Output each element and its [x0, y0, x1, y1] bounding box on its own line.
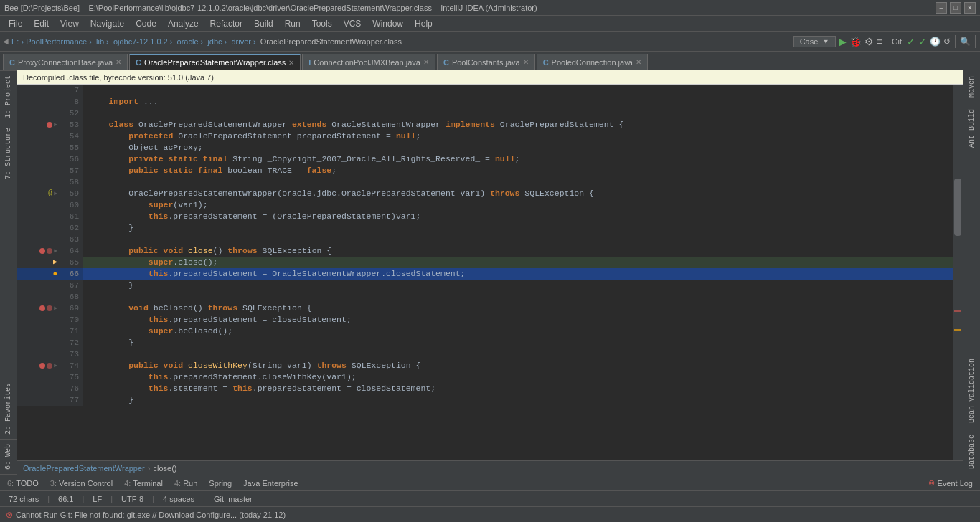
- line-num-64: 64: [60, 245, 83, 257]
- menu-item-navigate[interactable]: Navigate: [85, 16, 130, 31]
- menu-item-view[interactable]: View: [55, 16, 85, 31]
- menu-item-code[interactable]: Code: [130, 16, 162, 31]
- close-button[interactable]: ✕: [964, 2, 976, 14]
- gutter-69: ▶: [17, 303, 60, 314]
- right-tab-maven[interactable]: Maven: [965, 70, 979, 103]
- right-tab-bean[interactable]: Bean Validation: [965, 353, 979, 429]
- debug-icon[interactable]: 🐞: [849, 36, 862, 47]
- run-button[interactable]: ▶: [839, 36, 847, 47]
- right-tool-panel: Maven Ant Build Bean Validation Database: [963, 70, 980, 475]
- minimize-button[interactable]: –: [936, 2, 947, 14]
- tab-t3[interactable]: IConnectionPoolJMXBean.java✕: [302, 54, 435, 70]
- menu-item-run[interactable]: Run: [279, 16, 306, 31]
- tab-close-t5[interactable]: ✕: [636, 58, 641, 66]
- line-content-68: [83, 291, 953, 303]
- status-chars[interactable]: 72 chars: [6, 495, 42, 503]
- coverage-icon[interactable]: ≡: [877, 36, 882, 47]
- tab-close-t3[interactable]: ✕: [423, 58, 429, 66]
- code-line-56: ▶56 private static final String _Copyrig…: [17, 153, 953, 165]
- menu-item-tools[interactable]: Tools: [306, 16, 338, 31]
- code-line-73: ▶73: [17, 348, 953, 360]
- code-scroll[interactable]: ▶7 ▶8 import ...▶52 ▶53 class OraclePrep…: [17, 85, 953, 460]
- line-num-55: 55: [60, 142, 83, 153]
- tab-t1[interactable]: CProxyConnectionBase.java✕: [3, 54, 128, 70]
- gutter-52: ▶: [17, 108, 60, 119]
- menu-item-window[interactable]: Window: [367, 16, 409, 31]
- git-clock[interactable]: 🕐: [930, 37, 941, 47]
- tab-icon-t1: C: [9, 58, 15, 67]
- bottom-tool-version-control[interactable]: 3:Version Control: [46, 478, 117, 489]
- gutter-70: ▶: [17, 314, 60, 326]
- line-content-63: [83, 234, 953, 245]
- line-num-77: 77: [60, 394, 83, 406]
- editor-scrollbar[interactable]: [953, 85, 963, 460]
- status-vcs[interactable]: Git: master: [211, 495, 255, 503]
- bottom-toolbar: 6:TODO3:Version Control4:Terminal4:RunSp…: [0, 475, 980, 490]
- maximize-button[interactable]: □: [950, 2, 961, 14]
- tab-t2[interactable]: COraclePreparedStatementWrapper.class✕: [129, 54, 301, 70]
- event-log-button[interactable]: ⊗Event Log: [924, 477, 977, 489]
- bottom-tool-java-enterprise[interactable]: Java Enterprise: [239, 478, 302, 489]
- line-num-58: 58: [60, 176, 83, 188]
- gutter-67: ▶: [17, 280, 60, 291]
- git-checkmark1[interactable]: ✓: [907, 36, 915, 47]
- menu-item-refactor[interactable]: Refactor: [204, 16, 248, 31]
- code-line-69: ▶69 void beClosed() throws SQLException …: [17, 303, 953, 314]
- scroll-thumb[interactable]: [954, 179, 961, 236]
- breadcrumb-class[interactable]: OraclePreparedStatementWrapper: [23, 464, 145, 473]
- line-content-58: [83, 176, 953, 188]
- code-line-76: ▶76 this.statement = this.preparedStatem…: [17, 383, 953, 394]
- tab-icon-t5: C: [543, 58, 549, 67]
- tab-close-t4[interactable]: ✕: [523, 58, 529, 66]
- right-tab-ant[interactable]: Ant Build: [965, 103, 979, 153]
- tab-t5[interactable]: CPooledConnection.java✕: [537, 54, 648, 70]
- gutter-8: ▶: [17, 96, 60, 108]
- line-content-61: this.preparedStatement = (OraclePrepared…: [83, 211, 953, 222]
- status-lineEnding[interactable]: LF: [90, 495, 105, 503]
- sidebar-item-project[interactable]: 1: Project: [0, 70, 17, 123]
- bottom-tool-terminal[interactable]: 4:Terminal: [120, 478, 167, 489]
- bottom-tool-run[interactable]: 4:Run: [170, 478, 202, 489]
- tab-t4[interactable]: CPoolConstants.java✕: [437, 54, 535, 70]
- line-num-60: 60: [60, 199, 83, 211]
- menu-item-vcs[interactable]: VCS: [338, 16, 367, 31]
- sidebar-item-favorites[interactable]: 2: Favorites: [0, 379, 17, 440]
- code-line-72: ▶72 }: [17, 337, 953, 348]
- toolbar-sep2: [955, 35, 956, 48]
- sidebar-item-web[interactable]: 6: Web: [0, 440, 17, 475]
- toolbar-project-path: E: › PoolPerformance › lib › ojdbc7-12.1…: [11, 37, 402, 46]
- line-content-59: OraclePreparedStatementWrapper(oracle.jd…: [83, 188, 953, 199]
- right-tab-db[interactable]: Database: [965, 429, 979, 475]
- line-content-69: void beClosed() throws SQLException {: [83, 303, 953, 314]
- line-content-77: }: [83, 394, 953, 406]
- editor-area: Decompiled .class file, bytecode version…: [17, 70, 963, 475]
- git-checkmark2[interactable]: ✓: [918, 36, 927, 47]
- gutter-64: ▶: [17, 245, 60, 257]
- menu-item-analyze[interactable]: Analyze: [162, 16, 204, 31]
- menu-item-edit[interactable]: Edit: [28, 16, 55, 31]
- breadcrumb-method: close(): [153, 464, 176, 473]
- code-line-61: ▶61 this.preparedStatement = (OraclePrep…: [17, 211, 953, 222]
- menu-item-build[interactable]: Build: [248, 16, 279, 31]
- status-separator: |: [82, 495, 84, 503]
- code-line-54: ▶54 protected OraclePreparedStatement pr…: [17, 130, 953, 142]
- bottom-breadcrumb: OraclePreparedStatementWrapper › close(): [17, 460, 963, 475]
- tab-close-t2[interactable]: ✕: [288, 59, 294, 67]
- title-text: Bee [D:\Projects\Bee] – E:\PoolPerforman…: [4, 4, 537, 12]
- code-line-68: ▶68: [17, 291, 953, 303]
- status-position[interactable]: 66:1: [55, 495, 76, 503]
- casel-dropdown[interactable]: Casel▼: [793, 36, 836, 47]
- line-content-54: protected OraclePreparedStatement prepar…: [83, 130, 953, 142]
- bottom-tool-spring[interactable]: Spring: [204, 478, 236, 489]
- bottom-tool-todo[interactable]: 6:TODO: [3, 478, 43, 489]
- gutter-66: ●: [17, 268, 60, 280]
- search-icon[interactable]: 🔍: [960, 37, 971, 47]
- tab-close-t1[interactable]: ✕: [116, 58, 121, 66]
- status-indent[interactable]: 4 spaces: [160, 495, 197, 503]
- menu-item-file[interactable]: File: [3, 16, 28, 31]
- git-revert[interactable]: ↺: [943, 37, 951, 47]
- build-icon[interactable]: ⚙: [864, 36, 874, 47]
- sidebar-item-structure[interactable]: 7: Structure: [0, 123, 17, 184]
- menu-item-help[interactable]: Help: [409, 16, 438, 31]
- status-encoding[interactable]: UTF-8: [118, 495, 146, 503]
